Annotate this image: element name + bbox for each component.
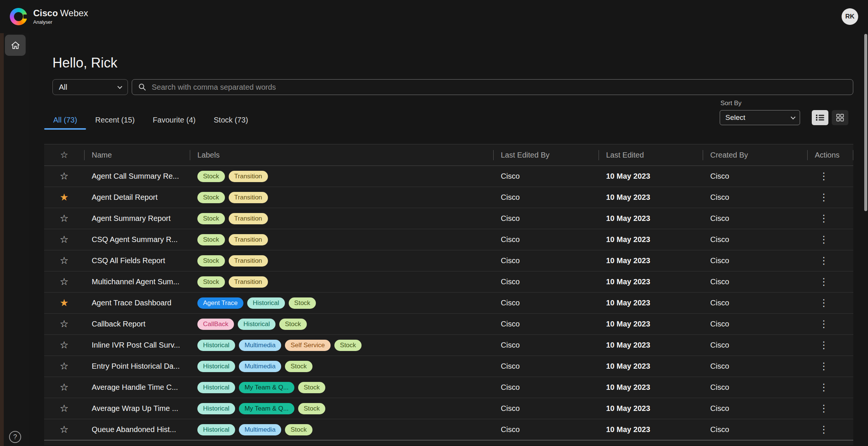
list-controls: Sort By Select [720,100,848,125]
report-name: Entry Point Historical Da... [84,362,190,371]
label-pill: Stock [197,192,225,203]
row-actions-menu[interactable]: ⋮ [819,171,829,181]
table-row[interactable]: ☆ CSQ Agent Summary R... StockTransition… [44,229,853,250]
label-pill: Stock [298,403,326,414]
labels-cell: HistoricalMultimediaStock [190,424,493,435]
table-row[interactable]: ☆ Average Handle Time C... HistoricalMy … [44,377,853,398]
grid-view-toggle[interactable] [832,110,848,125]
row-actions-menu[interactable]: ⋮ [819,234,829,244]
page-title: Hello, Rick [52,55,853,71]
labels-cell: HistoricalMultimediaStock [190,361,493,372]
row-actions-menu[interactable]: ⋮ [819,298,829,308]
last-edited-by: Cisco [493,341,599,349]
row-actions-menu[interactable]: ⋮ [819,382,829,392]
label-pill: Transition [229,171,268,182]
main-content: Hello, Rick All All (73) Recent (15) Fav… [29,33,868,446]
last-edited: 10 May 2023 [599,172,703,181]
last-edited-by: Cisco [493,320,599,328]
created-by: Cisco [703,341,807,349]
tab-all[interactable]: All (73) [44,116,86,130]
favourite-star-toggle[interactable]: ☆ [60,360,68,372]
report-name: CSQ Agent Summary R... [84,235,190,244]
label-pill: Stock [285,361,312,372]
row-actions-menu[interactable]: ⋮ [819,277,829,287]
tab-favourite[interactable]: Favourite (4) [144,116,205,130]
column-header-last-edited-by: Last Edited By [493,144,599,166]
label-pill: Historical [197,424,235,435]
sort-select-dropdown[interactable]: Select [720,110,800,125]
last-edited: 10 May 2023 [599,193,703,202]
search-category-dropdown[interactable]: All [52,79,128,95]
sidebar: ? [0,33,29,446]
sidebar-home-button[interactable] [5,35,26,56]
table-row[interactable]: ★ Agent Detail Report StockTransition Ci… [44,187,853,208]
label-pill: Stock [285,424,312,435]
vertical-scrollbar-thumb[interactable] [864,34,867,211]
search-box[interactable] [132,79,853,95]
created-by: Cisco [703,299,807,307]
favourite-star-toggle[interactable]: ☆ [60,213,68,224]
tab-stock[interactable]: Stock (73) [205,116,257,130]
left-edge-strip [0,33,4,446]
table-row[interactable]: ☆ CSQ All Fields Report StockTransition … [44,250,853,271]
last-edited-by: Cisco [493,277,599,286]
list-view-toggle[interactable] [812,110,828,125]
last-edited: 10 May 2023 [599,214,703,223]
labels-cell: CallBackHistoricalStock [190,319,493,330]
table-row[interactable]: ☆ Callback Report CallBackHistoricalStoc… [44,314,853,335]
favourite-star-toggle[interactable]: ☆ [60,234,68,245]
favourite-star-toggle[interactable]: ☆ [60,424,68,435]
column-header-created-by: Created By [703,144,807,166]
user-avatar[interactable]: RK [842,8,858,25]
help-button[interactable]: ? [9,431,21,443]
favourite-star-toggle[interactable]: ☆ [60,255,68,266]
table-row[interactable]: ☆ Entry Point Historical Da... Historica… [44,356,853,377]
last-edited: 10 May 2023 [599,320,703,328]
last-edited-by: Cisco [493,362,599,371]
report-name: Average Wrap Up Time ... [84,404,190,413]
sort-by-label: Sort By [720,100,848,107]
table-row[interactable]: ☆ Multichannel Agent Sum... StockTransit… [44,271,853,293]
favourite-star-toggle[interactable]: ☆ [60,318,68,330]
favourite-star-toggle[interactable]: ☆ [60,382,68,393]
created-by: Cisco [703,383,807,392]
favourite-star-toggle[interactable]: ☆ [60,403,68,414]
label-pill: My Team & Q... [239,382,294,393]
home-icon [11,40,20,50]
last-edited: 10 May 2023 [599,277,703,286]
last-edited: 10 May 2023 [599,256,703,265]
table-row[interactable]: ☆ Average Wrap Up Time ... HistoricalMy … [44,398,853,419]
favourite-star-toggle[interactable]: ☆ [60,276,68,287]
table-row[interactable]: ★ Agent Trace Dashboard Agent TraceHisto… [44,293,853,314]
report-name: Multichannel Agent Sum... [84,277,190,286]
row-actions-menu[interactable]: ⋮ [819,361,829,371]
row-actions-menu[interactable]: ⋮ [819,256,829,265]
favourite-star-toggle[interactable]: ☆ [60,170,68,182]
tab-recent[interactable]: Recent (15) [86,116,144,130]
row-actions-menu[interactable]: ⋮ [819,340,829,350]
label-pill: Historical [197,340,235,351]
row-actions-menu[interactable]: ⋮ [819,319,829,329]
search-input[interactable] [151,83,847,92]
favourite-star-toggle[interactable]: ★ [60,192,68,203]
brand: CiscoWebex Analyser [33,8,88,25]
last-edited: 10 May 2023 [599,362,703,371]
column-header-name: Name [84,144,190,166]
row-actions-menu[interactable]: ⋮ [819,425,829,434]
row-actions-menu[interactable]: ⋮ [819,213,829,223]
last-edited: 10 May 2023 [599,341,703,349]
favourite-star-toggle[interactable]: ☆ [60,339,68,351]
tabs: All (73) Recent (15) Favourite (4) Stock… [44,116,257,130]
table-row[interactable]: ☆ Agent Call Summary Re... StockTransiti… [44,166,853,187]
last-edited: 10 May 2023 [599,383,703,392]
table-header-row: ☆ Name Labels Last Edited By Last Edited… [44,144,853,166]
favourite-star-toggle[interactable]: ★ [60,297,68,308]
row-actions-menu[interactable]: ⋮ [819,403,829,413]
table-row[interactable]: ☆ Queue Abandoned Hist... HistoricalMult… [44,419,853,440]
label-pill: Stock [197,171,225,182]
table-row[interactable]: ☆ Agent Summary Report StockTransition C… [44,208,853,229]
brand-webex: Webex [60,8,88,18]
row-actions-menu[interactable]: ⋮ [819,192,829,202]
brand-cisco: Cisco [33,8,58,18]
table-row[interactable]: ☆ Inline IVR Post Call Surv... Historica… [44,335,853,356]
